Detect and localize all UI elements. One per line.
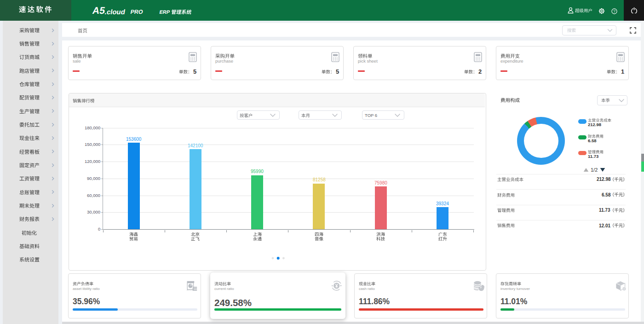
svg-text:142100: 142100 bbox=[188, 143, 203, 148]
svg-text:ERP: ERP bbox=[159, 9, 171, 15]
svg-text:sale: sale bbox=[73, 58, 80, 64]
svg-text:11.01%: 11.01% bbox=[500, 297, 528, 306]
svg-text:TOP 6: TOP 6 bbox=[365, 113, 377, 118]
svg-text:212.98: 212.98 bbox=[588, 122, 601, 127]
svg-text:75980: 75980 bbox=[374, 180, 387, 185]
svg-text:PRO: PRO bbox=[130, 9, 144, 15]
svg-text:153600: 153600 bbox=[126, 137, 142, 142]
svg-text:11.73: 11.73 bbox=[599, 208, 610, 213]
svg-text:expenditure: expenditure bbox=[500, 58, 523, 64]
svg-text:90,000: 90,000 bbox=[87, 176, 100, 181]
svg-text:249.58%: 249.58% bbox=[214, 297, 252, 307]
svg-text:1: 1 bbox=[621, 68, 624, 75]
svg-text:111.86%: 111.86% bbox=[359, 297, 390, 306]
svg-text:5: 5 bbox=[336, 68, 339, 75]
svg-text:0: 0 bbox=[98, 226, 100, 231]
svg-text:6.58: 6.58 bbox=[588, 138, 597, 143]
svg-text:150,000: 150,000 bbox=[85, 142, 100, 147]
svg-text:6.58: 6.58 bbox=[602, 192, 611, 197]
svg-text:current ratio: current ratio bbox=[214, 286, 234, 290]
svg-text:60,000: 60,000 bbox=[87, 193, 100, 198]
svg-text:11.73: 11.73 bbox=[588, 154, 598, 159]
svg-text:180,000: 180,000 bbox=[85, 125, 100, 130]
svg-text:inventory turnover: inventory turnover bbox=[500, 286, 530, 290]
svg-text:120,000: 120,000 bbox=[85, 159, 100, 164]
svg-text:95990: 95990 bbox=[251, 169, 264, 174]
svg-text:212.98: 212.98 bbox=[597, 177, 611, 182]
svg-text:30,000: 30,000 bbox=[87, 210, 100, 215]
svg-text:39324: 39324 bbox=[436, 201, 449, 206]
svg-text:cash ratio: cash ratio bbox=[359, 286, 375, 290]
svg-text:1/2: 1/2 bbox=[591, 167, 598, 173]
svg-text:.cloud: .cloud bbox=[104, 7, 126, 15]
svg-text:81258: 81258 bbox=[313, 177, 326, 182]
svg-text:35.96%: 35.96% bbox=[73, 297, 100, 306]
svg-text:purchase: purchase bbox=[215, 58, 233, 64]
svg-text:asset libility ratio: asset libility ratio bbox=[73, 286, 100, 290]
svg-text:pick sheet: pick sheet bbox=[358, 58, 378, 64]
svg-text:2: 2 bbox=[478, 68, 482, 75]
svg-text:5: 5 bbox=[193, 68, 196, 75]
svg-text:12.01: 12.01 bbox=[599, 223, 610, 228]
